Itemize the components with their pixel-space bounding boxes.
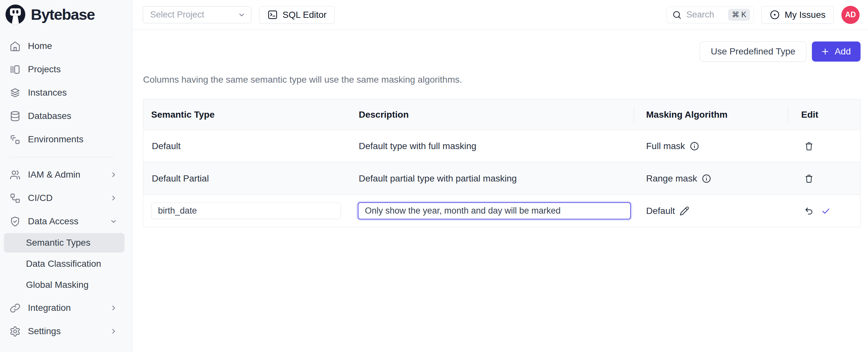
chevron-right-icon xyxy=(109,327,118,335)
add-button-label: Add xyxy=(835,46,851,57)
description-input[interactable] xyxy=(358,202,631,219)
cell-description: Default type with full masking xyxy=(352,141,634,151)
project-select-placeholder: Select Project xyxy=(150,10,204,20)
sidebar-item-label: Settings xyxy=(28,326,61,337)
sidebar-item-label: IAM & Admin xyxy=(28,169,81,180)
gear-icon xyxy=(9,326,21,337)
my-issues-label: My Issues xyxy=(785,10,826,20)
masking-algorithm-label: Full mask xyxy=(646,141,685,151)
sidebar-item-label: CI/CD xyxy=(28,193,53,203)
semantic-type-input[interactable] xyxy=(151,202,341,219)
use-predefined-type-button[interactable]: Use Predefined Type xyxy=(700,41,806,62)
masking-algorithm-label: Default xyxy=(646,206,675,216)
sidebar-item-home[interactable]: Home xyxy=(0,34,132,58)
info-icon[interactable] xyxy=(702,174,711,184)
search-icon xyxy=(672,10,682,20)
cell-edit xyxy=(788,141,860,151)
sidebar-item-label: Integration xyxy=(28,303,71,313)
sidebar-item-label: Databases xyxy=(28,111,71,121)
sidebar-item-semantic-types[interactable]: Semantic Types xyxy=(4,233,125,253)
users-icon xyxy=(9,169,21,181)
undo-icon[interactable] xyxy=(804,206,814,216)
cell-description-edit xyxy=(352,202,634,219)
table-row-editing: Default xyxy=(143,194,860,227)
table-row: Default Partial Default partial type wit… xyxy=(143,162,860,194)
sidebar-item-label: Data Classification xyxy=(26,259,101,269)
sql-editor-button[interactable]: SQL Editor xyxy=(259,6,335,24)
project-select[interactable]: Select Project xyxy=(143,6,251,23)
sidebar-item-label: Global Masking xyxy=(26,280,89,290)
sidebar: Bytebase Home Projects Instances Databas… xyxy=(0,0,132,352)
sidebar-item-databases[interactable]: Databases xyxy=(0,104,132,128)
shield-check-icon xyxy=(9,216,21,227)
layers-icon xyxy=(9,87,21,99)
search-placeholder: Search xyxy=(686,10,714,20)
sidebar-item-environments[interactable]: Environments xyxy=(0,128,132,151)
chevron-down-icon xyxy=(238,11,246,19)
sidebar-item-label: Semantic Types xyxy=(26,237,91,248)
header-description: Description xyxy=(352,99,634,130)
sidebar-item-integration[interactable]: Integration xyxy=(0,296,132,320)
pencil-icon[interactable] xyxy=(680,206,689,216)
cell-description: Default partial type with partial maskin… xyxy=(352,173,634,184)
sidebar-item-data-access[interactable]: Data Access xyxy=(0,210,132,233)
cell-semantic-type: Default Partial xyxy=(143,173,352,184)
home-icon xyxy=(9,40,21,52)
sidebar-item-label: Instances xyxy=(28,88,67,98)
sidebar-item-label: Data Access xyxy=(28,216,79,227)
search-shortcut-badge: ⌘ K xyxy=(728,9,750,21)
table-header-row: Semantic Type Description Masking Algori… xyxy=(143,99,860,130)
terminal-icon xyxy=(267,9,278,20)
cell-semantic-type: Default xyxy=(143,141,352,151)
main-column: Select Project SQL Editor Search ⌘ K My … xyxy=(132,0,868,352)
avatar[interactable]: AD xyxy=(841,6,860,24)
sidebar-item-label: Home xyxy=(28,41,52,51)
sidebar-nav: Home Projects Instances Databases Enviro… xyxy=(0,26,132,343)
sidebar-item-cicd[interactable]: CI/CD xyxy=(0,186,132,210)
sidebar-item-instances[interactable]: Instances xyxy=(0,81,132,104)
projects-icon xyxy=(9,64,21,75)
my-issues-button[interactable]: My Issues xyxy=(761,6,834,24)
table-row: Default Default type with full masking F… xyxy=(143,130,860,162)
chevron-right-icon xyxy=(109,194,118,202)
check-icon[interactable] xyxy=(821,206,831,216)
sidebar-item-label: Environments xyxy=(28,134,83,145)
cicd-icon xyxy=(9,193,21,204)
sidebar-item-global-masking[interactable]: Global Masking xyxy=(4,275,125,295)
sidebar-item-iam-admin[interactable]: IAM & Admin xyxy=(0,163,132,186)
sql-editor-label: SQL Editor xyxy=(282,10,327,20)
database-icon xyxy=(9,110,21,122)
sidebar-item-settings[interactable]: Settings xyxy=(0,320,132,343)
bytebase-logo-icon xyxy=(5,4,26,25)
app-root: Bytebase Home Projects Instances Databas… xyxy=(0,0,868,352)
cell-masking-algorithm: Range mask xyxy=(634,173,788,184)
chevron-right-icon xyxy=(109,304,118,312)
environments-icon xyxy=(9,134,21,145)
plus-icon xyxy=(820,47,830,56)
cell-semantic-type-edit xyxy=(143,202,352,219)
brand-name: Bytebase xyxy=(31,5,95,23)
semantic-types-page: Use Predefined Type Add Columns having t… xyxy=(132,30,868,352)
trash-icon[interactable] xyxy=(804,174,814,184)
header-masking-algorithm: Masking Algorithm xyxy=(634,99,788,130)
topbar-right: Search ⌘ K My Issues AD xyxy=(666,6,860,24)
sidebar-item-label: Projects xyxy=(28,64,61,74)
cell-edit-actions xyxy=(788,206,860,216)
link-icon xyxy=(9,302,21,314)
circle-dot-icon xyxy=(769,9,780,20)
chevron-right-icon xyxy=(109,170,118,179)
page-description: Columns having the same semantic type wi… xyxy=(143,74,861,85)
topbar: Select Project SQL Editor Search ⌘ K My … xyxy=(132,0,868,30)
semantic-types-table: Semantic Type Description Masking Algori… xyxy=(143,99,861,227)
sidebar-item-data-classification[interactable]: Data Classification xyxy=(4,254,125,274)
sidebar-item-projects[interactable]: Projects xyxy=(0,58,132,81)
trash-icon[interactable] xyxy=(804,141,814,151)
page-actions: Use Predefined Type Add xyxy=(143,41,861,62)
add-button[interactable]: Add xyxy=(812,41,861,62)
masking-algorithm-label: Range mask xyxy=(646,173,697,184)
search-input[interactable]: Search ⌘ K xyxy=(666,6,753,23)
header-edit: Edit xyxy=(788,99,860,130)
header-semantic-type: Semantic Type xyxy=(143,99,352,130)
info-icon[interactable] xyxy=(690,141,699,151)
brand-logo[interactable]: Bytebase xyxy=(0,0,132,26)
